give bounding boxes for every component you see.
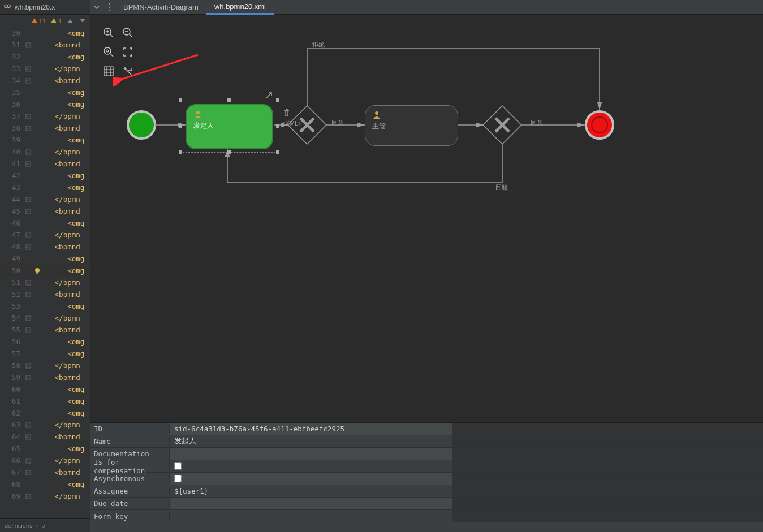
fold-toggle-icon[interactable] — [24, 42, 33, 48]
code-line[interactable]: 38 <bpmnd — [0, 122, 90, 134]
prop-value-id[interactable]: sid-6c4a31d3-b76a-45f6-a411-ebfbeefc2925 — [170, 423, 452, 435]
code-line[interactable]: 62 <omg — [0, 407, 90, 419]
warnings-minor[interactable]: 1 — [50, 18, 62, 24]
intention-bulb-icon[interactable] — [33, 267, 42, 274]
code-line[interactable]: 65 <omg — [0, 443, 90, 455]
start-event[interactable] — [128, 111, 155, 139]
trash-icon[interactable] — [283, 109, 291, 118]
prop-label-doc: Documentation — [90, 449, 170, 458]
fold-toggle-icon[interactable] — [24, 244, 33, 250]
sequence-flow-reject[interactable] — [307, 49, 600, 110]
code-line[interactable]: 52 <bpmnd — [0, 288, 90, 300]
code-line[interactable]: 59 <bpmnd — [0, 371, 90, 383]
code-line[interactable]: 30 <omg — [0, 27, 90, 39]
code-line[interactable]: 66 </bpmn — [0, 455, 90, 466]
code-line[interactable]: 47 </bpmn — [0, 229, 90, 241]
exclusive-gateway-2[interactable] — [483, 106, 521, 144]
end-event[interactable] — [586, 111, 613, 139]
fold-toggle-icon[interactable] — [24, 78, 33, 84]
prop-value-async[interactable] — [170, 473, 452, 485]
code-gutter[interactable]: 30 <omg31 <bpmnd32 <omg33 </bpmn34 <bpmn… — [0, 27, 90, 518]
code-line[interactable]: 32 <omg — [0, 51, 90, 63]
fold-toggle-icon[interactable] — [24, 209, 33, 214]
bpmn-canvas[interactable]: 发起人 主管 <XML> 同意 同意 拒绝 回驳 — [90, 15, 763, 422]
fold-toggle-icon[interactable] — [24, 114, 33, 119]
code-line[interactable]: 61 <omg — [0, 395, 90, 407]
code-text: </bpmn — [42, 361, 80, 370]
fold-toggle-icon[interactable] — [24, 197, 33, 202]
prop-value-compensation[interactable] — [170, 460, 452, 472]
code-line[interactable]: 34 <bpmnd — [0, 75, 90, 86]
code-line[interactable]: 64 <bpmnd — [0, 431, 90, 443]
code-line[interactable]: 69 </bpmn — [0, 490, 90, 502]
code-line[interactable]: 56 <omg — [0, 336, 90, 348]
code-line[interactable]: 51 </bpmn — [0, 276, 90, 288]
properties-panel[interactable]: ID sid-6c4a31d3-b76a-45f6-a411-ebfbeefc2… — [90, 422, 763, 532]
tab-xml[interactable]: wh.bpmn20.xml — [206, 0, 274, 15]
code-line[interactable]: 60 <omg — [0, 383, 90, 395]
code-line[interactable]: 40 </bpmn — [0, 146, 90, 158]
code-line[interactable]: 67 <bpmnd — [0, 466, 90, 478]
fold-toggle-icon[interactable] — [24, 494, 33, 499]
code-line[interactable]: 68 <omg — [0, 478, 90, 490]
fold-toggle-icon[interactable] — [24, 66, 33, 72]
left-file-tab[interactable]: wh.bpmn20.x — [0, 0, 90, 15]
code-line[interactable]: 46 <omg — [0, 217, 90, 229]
fold-toggle-icon[interactable] — [24, 375, 33, 380]
code-line[interactable]: 58 </bpmn — [0, 360, 90, 371]
code-line[interactable]: 35 <omg — [0, 86, 90, 98]
code-line[interactable]: 63 </bpmn — [0, 419, 90, 431]
fold-toggle-icon[interactable] — [24, 292, 33, 297]
code-line[interactable]: 48 <bpmnd — [0, 241, 90, 253]
warnings-major[interactable]: 11 — [31, 18, 46, 24]
fold-toggle-icon[interactable] — [24, 470, 33, 475]
breadcrumb-item[interactable]: b — [41, 522, 45, 529]
expand-icon[interactable] — [265, 92, 273, 101]
prev-highlight-icon[interactable] — [66, 17, 74, 25]
sequence-flow-return[interactable] — [227, 144, 502, 183]
code-line[interactable]: 42 <omg — [0, 170, 90, 181]
fold-toggle-icon[interactable] — [24, 363, 33, 369]
code-line[interactable]: 36 <omg — [0, 98, 90, 110]
code-line[interactable]: 49 <omg — [0, 253, 90, 265]
prop-value-name[interactable]: 发起人 — [170, 435, 452, 447]
fold-toggle-icon[interactable] — [24, 280, 33, 286]
code-line[interactable]: 33 </bpmn — [0, 63, 90, 75]
tabs-more-icon[interactable]: ⋮ — [103, 0, 115, 15]
fold-toggle-icon[interactable] — [24, 126, 33, 131]
code-line[interactable]: 44 </bpmn — [0, 193, 90, 205]
prop-value-assignee[interactable]: ${user1} — [170, 485, 452, 497]
code-line[interactable]: 45 <bpmnd — [0, 205, 90, 217]
prop-value-doc[interactable] — [170, 448, 452, 460]
code-line[interactable]: 37 </bpmn — [0, 110, 90, 122]
code-line[interactable]: 54 </bpmn — [0, 312, 90, 324]
prop-value-duedate[interactable] — [170, 498, 452, 509]
next-highlight-icon[interactable] — [79, 17, 87, 25]
breadcrumb-item[interactable]: definitions — [5, 522, 33, 529]
user-task-initiator[interactable]: 发起人 — [186, 104, 273, 149]
fold-toggle-icon[interactable] — [24, 434, 33, 440]
fold-toggle-icon[interactable] — [24, 327, 33, 333]
fold-toggle-icon[interactable] — [24, 422, 33, 428]
fold-toggle-icon[interactable] — [24, 458, 33, 464]
code-text: </bpmn — [42, 492, 80, 500]
code-line[interactable]: 31 <bpmnd — [0, 39, 90, 51]
tabs-dropdown-icon[interactable] — [90, 0, 103, 15]
fold-toggle-icon[interactable] — [24, 232, 33, 238]
tab-diagram[interactable]: BPMN-Activiti-Diagram — [115, 0, 206, 15]
code-line[interactable]: 50 <omg — [0, 265, 90, 276]
fold-toggle-icon[interactable] — [24, 315, 33, 321]
prop-value-formkey[interactable] — [170, 510, 452, 522]
code-line[interactable]: 41 <bpmnd — [0, 158, 90, 170]
code-line[interactable]: 39 <omg — [0, 134, 90, 146]
code-text: <bpmnd — [42, 76, 80, 85]
code-line[interactable]: 53 <omg — [0, 300, 90, 312]
fold-toggle-icon[interactable] — [24, 161, 33, 167]
code-line[interactable]: 43 <omg — [0, 181, 90, 193]
breadcrumb[interactable]: definitions › b — [0, 518, 90, 532]
user-task-manager[interactable]: 主管 — [365, 105, 458, 146]
fold-toggle-icon[interactable] — [24, 149, 33, 155]
code-line[interactable]: 55 <bpmnd — [0, 324, 90, 336]
code-line[interactable]: 57 <omg — [0, 348, 90, 360]
code-text: <omg — [42, 349, 84, 358]
